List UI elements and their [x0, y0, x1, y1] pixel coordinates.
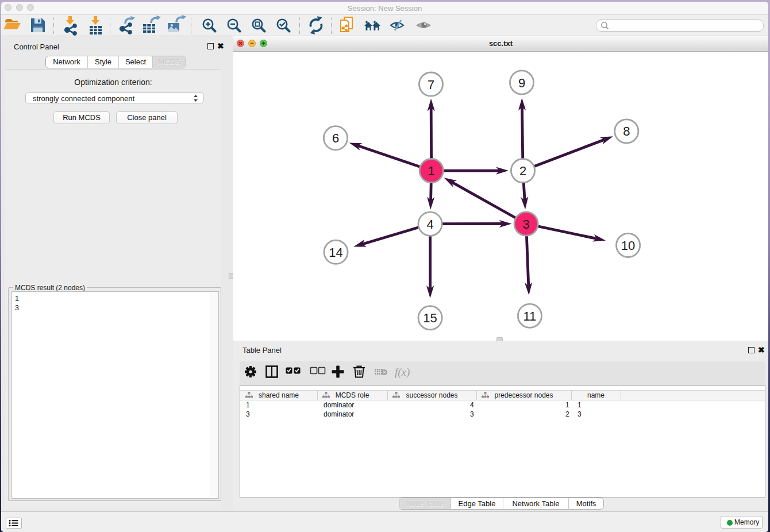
svg-text:6: 6 [332, 131, 339, 145]
svg-text:2: 2 [519, 164, 526, 178]
svg-text:11: 11 [523, 309, 536, 323]
svg-text:4: 4 [426, 217, 433, 232]
svg-text:f(x): f(x) [395, 366, 410, 379]
svg-text:9: 9 [518, 76, 525, 90]
svg-text:8: 8 [623, 124, 630, 138]
svg-text:7: 7 [428, 78, 434, 92]
svg-text:1: 1 [428, 164, 435, 178]
svg-text:14: 14 [329, 245, 342, 260]
svg-text:15: 15 [423, 311, 437, 325]
svg-text:3: 3 [522, 217, 529, 232]
svg-text:10: 10 [621, 238, 635, 253]
